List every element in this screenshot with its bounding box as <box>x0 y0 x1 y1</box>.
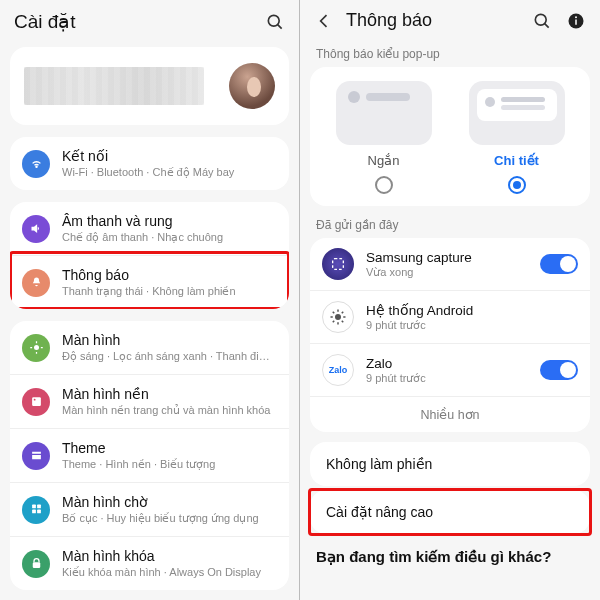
toggle-on[interactable] <box>540 254 578 274</box>
row-sub: Theme · Hình nền · Biểu tượng <box>62 458 275 471</box>
row-title: Màn hình nền <box>62 386 275 402</box>
row-sub: Wi-Fi · Bluetooth · Chế độ Máy bay <box>62 166 275 179</box>
row-title: Kết nối <box>62 148 275 164</box>
svg-point-2 <box>34 345 39 350</box>
settings-pane: Cài đặt Kết nối Wi-Fi · Bluetooth · Chế … <box>0 0 300 600</box>
app-time: 9 phút trước <box>366 319 578 332</box>
search-icon[interactable] <box>265 12 285 32</box>
svg-line-1 <box>278 24 282 28</box>
app-row-android-system[interactable]: Hệ thống Android 9 phút trước <box>310 290 590 343</box>
row-title: Màn hình <box>62 332 275 348</box>
settings-item-wallpaper[interactable]: Màn hình nền Màn hình nền trang chủ và m… <box>10 374 289 428</box>
svg-rect-9 <box>32 505 36 509</box>
dnd-row[interactable]: Không làm phiền <box>310 442 590 486</box>
popup-option-short[interactable]: Ngắn <box>322 81 445 194</box>
search-icon[interactable] <box>532 11 552 31</box>
svg-rect-10 <box>37 505 41 509</box>
back-icon[interactable] <box>314 11 334 31</box>
svg-rect-12 <box>37 510 41 514</box>
recent-section-label: Đã gửi gần đây <box>300 210 600 238</box>
samsung-capture-icon <box>322 248 354 280</box>
svg-rect-19 <box>333 259 344 270</box>
advanced-settings-row[interactable]: Cài đặt nâng cao <box>310 490 590 534</box>
recent-apps-card: Samsung capture Vừa xong Hệ thống Androi… <box>310 238 590 432</box>
popup-label: Chi tiết <box>494 153 539 168</box>
zalo-icon: Zalo <box>322 354 354 386</box>
row-title: Màn hình chờ <box>62 494 275 510</box>
popup-option-detail[interactable]: Chi tiết <box>455 81 578 194</box>
popup-label: Ngắn <box>368 153 400 168</box>
popup-style-card: Ngắn Chi tiết <box>310 67 590 206</box>
row-sub: Độ sáng · Lọc ánh sáng xanh · Thanh điều… <box>62 350 275 363</box>
notifications-pane: Thông báo Thông báo kiểu pop-up Ngắn Chi… <box>300 0 600 600</box>
theme-icon <box>22 442 50 470</box>
home-icon <box>22 496 50 524</box>
settings-item-display[interactable]: Màn hình Độ sáng · Lọc ánh sáng xanh · T… <box>10 321 289 374</box>
popup-preview-detail <box>469 81 565 145</box>
display-icon <box>22 334 50 362</box>
row-title: Màn hình khóa <box>62 548 275 564</box>
lock-icon <box>22 550 50 578</box>
footer-question: Bạn đang tìm kiếm điều gì khác? <box>310 544 590 566</box>
row-sub: Bố cục · Huy hiệu biểu tượng ứng dụng <box>62 512 275 525</box>
svg-rect-17 <box>575 19 577 24</box>
profile-card[interactable] <box>10 47 289 125</box>
svg-rect-13 <box>32 562 40 568</box>
svg-rect-11 <box>32 510 36 514</box>
app-row-zalo[interactable]: Zalo Zalo 9 phút trước <box>310 343 590 396</box>
row-sub: Màn hình nền trang chủ và màn hình khóa <box>62 404 275 417</box>
app-name: Samsung capture <box>366 250 528 265</box>
svg-point-18 <box>575 16 577 18</box>
android-system-icon <box>322 301 354 333</box>
row-title: Thông báo <box>62 267 275 283</box>
more-button[interactable]: Nhiều hơn <box>310 396 590 432</box>
radio-unselected[interactable] <box>375 176 393 194</box>
app-name: Zalo <box>366 356 528 371</box>
svg-point-20 <box>335 314 341 320</box>
svg-line-15 <box>545 23 549 27</box>
page-title: Cài đặt <box>14 10 76 33</box>
popup-preview-short <box>336 81 432 145</box>
row-sub: Chế độ âm thanh · Nhạc chuông <box>62 231 275 244</box>
svg-point-8 <box>33 399 35 401</box>
radio-selected[interactable] <box>508 176 526 194</box>
row-sub: Thanh trạng thái · Không làm phiền <box>62 285 275 298</box>
info-icon[interactable] <box>566 11 586 31</box>
svg-point-14 <box>535 14 546 25</box>
notifications-header: Thông báo <box>300 0 600 39</box>
row-title: Theme <box>62 440 275 456</box>
row-sub: Kiểu khóa màn hình · Always On Display <box>62 566 275 579</box>
page-title: Thông báo <box>346 10 432 31</box>
toggle-on[interactable] <box>540 360 578 380</box>
settings-item-lockscreen[interactable]: Màn hình khóa Kiểu khóa màn hình · Alway… <box>10 536 289 590</box>
settings-item-themes[interactable]: Theme Theme · Hình nền · Biểu tượng <box>10 428 289 482</box>
wifi-icon <box>22 150 50 178</box>
wallpaper-icon <box>22 388 50 416</box>
svg-rect-7 <box>32 397 41 406</box>
settings-item-notifications[interactable]: Thông báo Thanh trạng thái · Không làm p… <box>10 255 289 309</box>
settings-item-homescreen[interactable]: Màn hình chờ Bố cục · Huy hiệu biểu tượn… <box>10 482 289 536</box>
sound-icon <box>22 215 50 243</box>
row-title: Âm thanh và rung <box>62 213 275 229</box>
app-time: Vừa xong <box>366 266 528 279</box>
app-row-samsung-capture[interactable]: Samsung capture Vừa xong <box>310 238 590 290</box>
settings-header: Cài đặt <box>0 0 299 41</box>
settings-item-connections[interactable]: Kết nối Wi-Fi · Bluetooth · Chế độ Máy b… <box>10 137 289 190</box>
profile-name-redacted <box>24 67 204 105</box>
notification-icon <box>22 269 50 297</box>
app-name: Hệ thống Android <box>366 302 578 318</box>
avatar <box>229 63 275 109</box>
popup-section-label: Thông báo kiểu pop-up <box>300 39 600 67</box>
app-time: 9 phút trước <box>366 372 528 385</box>
settings-item-sound[interactable]: Âm thanh và rung Chế độ âm thanh · Nhạc … <box>10 202 289 255</box>
svg-point-0 <box>268 15 279 26</box>
